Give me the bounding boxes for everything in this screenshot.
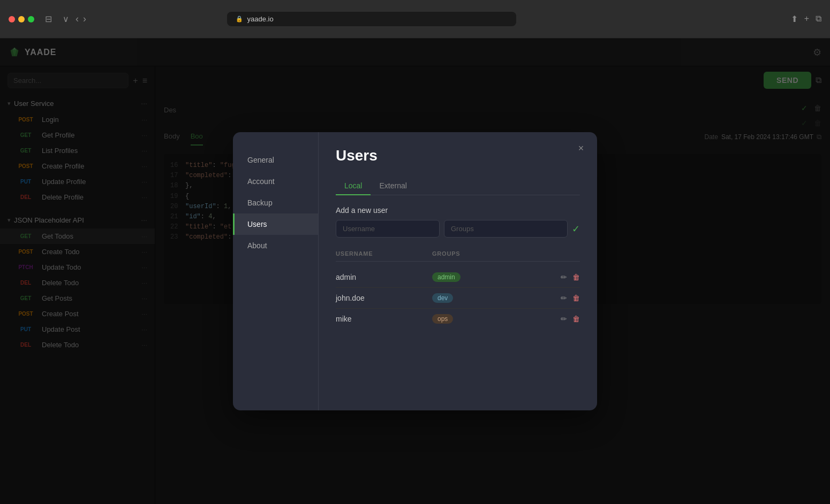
user-actions-mike: ✏ 🗑: [561, 315, 580, 323]
traffic-lights: [9, 16, 34, 22]
nav-item-backup[interactable]: Backup: [233, 192, 318, 213]
add-user-row: ✓: [336, 220, 580, 238]
add-user-label: Add a new user: [336, 206, 580, 215]
user-groups-mike: ops: [432, 314, 561, 324]
table-header: USERNAME GROUPS: [336, 250, 580, 257]
user-actions-admin: ✏ 🗑: [561, 273, 580, 281]
table-row: admin admin ✏ 🗑: [336, 267, 580, 288]
add-user-confirm-button[interactable]: ✓: [572, 223, 580, 235]
modal-close-button[interactable]: ×: [574, 141, 588, 156]
groups-input[interactable]: [444, 220, 568, 238]
group-badge-ops: ops: [432, 314, 453, 324]
nav-item-general[interactable]: General: [233, 149, 318, 171]
user-name-admin: admin: [336, 273, 432, 281]
nav-item-about[interactable]: About: [233, 235, 318, 256]
nav-item-users[interactable]: Users: [233, 213, 318, 235]
col-header-groups: GROUPS: [432, 250, 580, 257]
url-text: yaade.io: [247, 15, 274, 23]
address-bar[interactable]: 🔒 yaade.io: [227, 12, 516, 26]
users-tabs: Local External: [336, 177, 580, 195]
user-name-mike: mike: [336, 315, 432, 323]
settings-title: Users: [336, 147, 580, 164]
group-badge-dev: dev: [432, 293, 453, 303]
edit-johndoe-button[interactable]: ✏: [561, 294, 567, 302]
close-traffic-light[interactable]: [9, 16, 15, 22]
duplicate-icon[interactable]: ⧉: [816, 14, 821, 24]
browser-chrome: ⊟ ∨ ‹ › 🔒 yaade.io ⬆ + ⧉: [0, 0, 830, 39]
table-row: john.doe dev ✏ 🗑: [336, 288, 580, 309]
group-badge-admin: admin: [432, 272, 461, 282]
back-button[interactable]: ‹: [76, 13, 79, 25]
user-name-johndoe: john.doe: [336, 294, 432, 302]
username-input[interactable]: [336, 220, 440, 238]
user-actions-johndoe: ✏ 🗑: [561, 294, 580, 302]
settings-content: × Users Local External Add a new user ✓ …: [319, 132, 597, 410]
edit-admin-button[interactable]: ✏: [561, 273, 567, 281]
minimize-traffic-light[interactable]: [18, 16, 25, 22]
delete-mike-button[interactable]: 🗑: [572, 315, 580, 323]
modal-overlay[interactable]: General Account Backup Users About × Use…: [0, 39, 830, 504]
nav-item-account[interactable]: Account: [233, 171, 318, 192]
new-tab-icon[interactable]: +: [804, 14, 809, 24]
user-groups-johndoe: dev: [432, 293, 561, 303]
delete-johndoe-button[interactable]: 🗑: [572, 294, 580, 302]
share-icon[interactable]: ⬆: [791, 14, 798, 24]
forward-button[interactable]: ›: [83, 13, 86, 25]
user-groups-admin: admin: [432, 272, 561, 282]
browser-nav: ‹ ›: [76, 13, 86, 25]
table-divider: [336, 261, 580, 262]
tab-external[interactable]: External: [371, 177, 415, 195]
browser-actions: ⬆ + ⧉: [791, 14, 821, 24]
settings-sidebar-nav: General Account Backup Users About: [233, 132, 319, 410]
table-row: mike ops ✏ 🗑: [336, 309, 580, 329]
tab-local[interactable]: Local: [336, 177, 371, 195]
settings-modal: General Account Backup Users About × Use…: [233, 132, 597, 410]
fullscreen-traffic-light[interactable]: [28, 16, 34, 22]
delete-admin-button[interactable]: 🗑: [572, 273, 580, 281]
users-table: USERNAME GROUPS admin admin ✏ 🗑: [336, 250, 580, 329]
lock-icon: 🔒: [236, 16, 243, 22]
edit-mike-button[interactable]: ✏: [561, 315, 567, 323]
sidebar-toggle-icon[interactable]: ⊟: [45, 14, 52, 24]
expand-icon[interactable]: ∨: [63, 14, 69, 24]
col-header-username: USERNAME: [336, 250, 432, 257]
